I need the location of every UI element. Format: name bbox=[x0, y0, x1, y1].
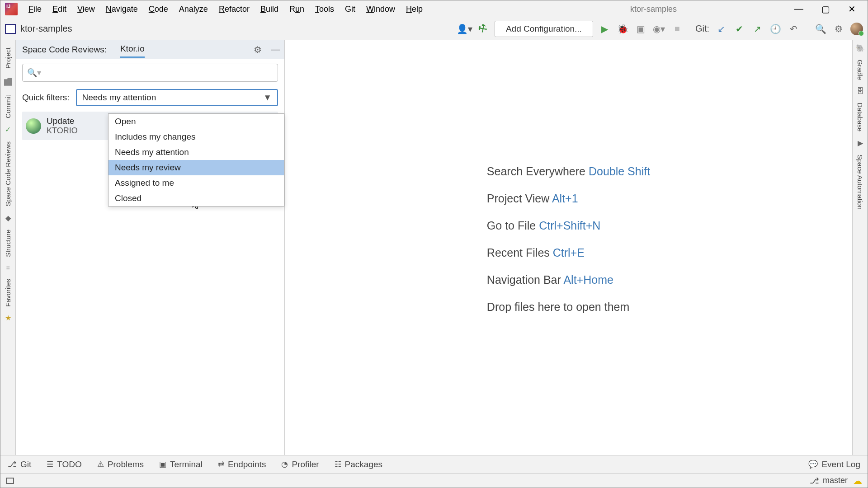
search-icon[interactable]: 🔍 bbox=[812, 21, 829, 37]
toolwin-git[interactable]: ⎇Git bbox=[8, 460, 31, 469]
history-icon[interactable]: 🕘 bbox=[767, 21, 783, 37]
filter-option-review[interactable]: Needs my review bbox=[108, 160, 284, 175]
automation-icon: ▶ bbox=[858, 139, 863, 147]
run-icon[interactable]: ▶ bbox=[597, 21, 613, 37]
branch-icon: ⎇ bbox=[8, 460, 17, 469]
maximize-icon[interactable]: ▢ bbox=[821, 4, 830, 14]
packages-icon: ☷ bbox=[335, 460, 341, 469]
toolwin-packages[interactable]: ☷Packages bbox=[335, 460, 382, 469]
filter-dropdown: Open Includes my changes Needs my attent… bbox=[108, 113, 284, 206]
menu-refactor[interactable]: Refactor bbox=[213, 5, 255, 14]
menu-git[interactable]: Git bbox=[340, 5, 361, 14]
search-input[interactable]: 🔍▾ bbox=[22, 64, 278, 82]
rollback-icon[interactable]: ↶ bbox=[785, 21, 802, 37]
codewithme-icon[interactable]: 👤▾ bbox=[457, 21, 473, 37]
git-push-icon[interactable]: ↗ bbox=[749, 21, 765, 37]
terminal-icon: ▣ bbox=[159, 460, 166, 469]
account-avatar[interactable] bbox=[850, 23, 863, 35]
main-toolbar: ktor-samples 👤▾ ⚒ Add Configuration... ▶… bbox=[0, 18, 868, 40]
toolwin-gradle[interactable]: Gradle bbox=[856, 57, 864, 83]
reviews-icon: ◆ bbox=[5, 214, 11, 222]
hint-row: Project View Alt+1 bbox=[487, 185, 650, 212]
stop-icon[interactable]: ■ bbox=[669, 21, 685, 37]
panel-title: Space Code Reviews: bbox=[22, 45, 107, 55]
gradle-icon: 🐘 bbox=[856, 44, 865, 52]
toolwin-commit[interactable]: Commit bbox=[4, 92, 12, 121]
toolwin-automation[interactable]: Space Automation bbox=[856, 152, 864, 212]
filter-option-open[interactable]: Open bbox=[108, 114, 284, 129]
profile-icon[interactable]: ◉▾ bbox=[651, 21, 667, 37]
warning-icon: ⚠ bbox=[97, 460, 104, 469]
database-icon: 🗄 bbox=[857, 87, 864, 95]
avatar bbox=[26, 118, 41, 134]
menubar: File Edit View Navigate Code Analyze Ref… bbox=[0, 0, 868, 18]
debug-icon[interactable]: 🐞 bbox=[615, 21, 631, 37]
sync-status-icon[interactable]: ☁ bbox=[853, 475, 862, 486]
filter-option-includes[interactable]: Includes my changes bbox=[108, 129, 284, 145]
menu-help[interactable]: Help bbox=[401, 5, 428, 14]
toolwin-project[interactable]: Project bbox=[4, 45, 12, 71]
toolwin-terminal[interactable]: ▣Terminal bbox=[159, 460, 203, 469]
menu-run[interactable]: Run bbox=[284, 5, 310, 14]
hint-row: Search Everywhere Double Shift bbox=[487, 158, 650, 185]
toolwin-reviews[interactable]: Space Code Reviews bbox=[4, 139, 12, 209]
menu-code[interactable]: Code bbox=[143, 5, 174, 14]
filter-label: Quick filters: bbox=[22, 93, 70, 103]
toolwin-eventlog[interactable]: 💬Event Log bbox=[808, 460, 860, 469]
menu-window[interactable]: Window bbox=[361, 5, 401, 14]
panel-tab[interactable]: Ktor.io bbox=[120, 41, 145, 58]
speech-icon: 💬 bbox=[808, 460, 818, 469]
minimize-panel-icon[interactable]: — bbox=[271, 44, 280, 55]
toolwindows-toggle-icon[interactable] bbox=[6, 478, 14, 484]
bottom-toolbar: ⎇Git ☰TODO ⚠Problems ▣Terminal ⇄Endpoint… bbox=[0, 455, 868, 473]
statusbar: ⎇master ☁ bbox=[0, 473, 868, 488]
menu-navigate[interactable]: Navigate bbox=[100, 5, 143, 14]
toolwin-structure[interactable]: Structure bbox=[4, 227, 12, 260]
menu-edit[interactable]: Edit bbox=[47, 5, 72, 14]
code-reviews-panel: Space Code Reviews: Ktor.io ⚙ — 🔍▾ Quick… bbox=[16, 40, 285, 455]
toolwin-profiler[interactable]: ◔Profiler bbox=[281, 460, 319, 469]
project-icon bbox=[5, 24, 16, 34]
git-branch-widget[interactable]: ⎇master bbox=[810, 476, 848, 486]
git-pull-icon[interactable]: ↙ bbox=[713, 21, 729, 37]
menu-file[interactable]: File bbox=[23, 5, 47, 14]
hint-row: Recent Files Ctrl+E bbox=[487, 239, 650, 266]
quick-filter-select[interactable]: Needs my attention ▼ bbox=[76, 89, 278, 106]
list-icon: ☰ bbox=[47, 460, 53, 469]
filter-option-attention[interactable]: Needs my attention bbox=[108, 145, 284, 160]
toolwin-problems[interactable]: ⚠Problems bbox=[97, 460, 144, 469]
review-title: Update bbox=[47, 116, 78, 126]
hint-row: Go to File Ctrl+Shift+N bbox=[487, 212, 650, 239]
filter-option-assigned[interactable]: Assigned to me bbox=[108, 175, 284, 191]
commit-check-icon: ✓ bbox=[5, 125, 11, 134]
gear-icon[interactable]: ⚙ bbox=[254, 44, 262, 55]
toolwin-todo[interactable]: ☰TODO bbox=[47, 460, 82, 469]
menu-build[interactable]: Build bbox=[255, 5, 284, 14]
filter-option-closed[interactable]: Closed bbox=[108, 191, 284, 206]
breadcrumb-project[interactable]: ktor-samples bbox=[20, 23, 72, 34]
menu-view[interactable]: View bbox=[72, 5, 100, 14]
coverage-icon[interactable]: ▣ bbox=[633, 21, 649, 37]
endpoints-icon: ⇄ bbox=[218, 460, 224, 469]
run-config-selector[interactable]: Add Configuration... bbox=[495, 21, 593, 37]
git-commit-icon[interactable]: ✔ bbox=[731, 21, 747, 37]
menu-analyze[interactable]: Analyze bbox=[174, 5, 213, 14]
magnifier-icon: 🔍▾ bbox=[27, 68, 41, 78]
toolwin-favorites[interactable]: Favorites bbox=[4, 276, 12, 310]
star-icon: ★ bbox=[5, 314, 11, 322]
toolwin-endpoints[interactable]: ⇄Endpoints bbox=[218, 460, 266, 469]
profiler-icon: ◔ bbox=[281, 460, 288, 469]
build-icon[interactable]: ⚒ bbox=[472, 18, 494, 39]
close-icon[interactable]: ✕ bbox=[848, 4, 856, 14]
menu-tools[interactable]: Tools bbox=[310, 5, 340, 14]
settings-icon[interactable]: ⚙ bbox=[830, 21, 847, 37]
left-toolstrip: Project Commit ✓ Space Code Reviews ◆ St… bbox=[0, 40, 16, 455]
branch-glyph-icon: ⎇ bbox=[810, 476, 819, 486]
git-label: Git: bbox=[695, 23, 709, 34]
toolwin-database[interactable]: Database bbox=[856, 100, 864, 134]
window-title: ktor-samples bbox=[630, 5, 794, 14]
minimize-icon[interactable]: — bbox=[794, 4, 803, 14]
app-icon bbox=[5, 3, 18, 15]
structure-icon: ≡ bbox=[6, 264, 9, 272]
editor-placeholder: Search Everywhere Double Shift Project V… bbox=[285, 40, 852, 455]
